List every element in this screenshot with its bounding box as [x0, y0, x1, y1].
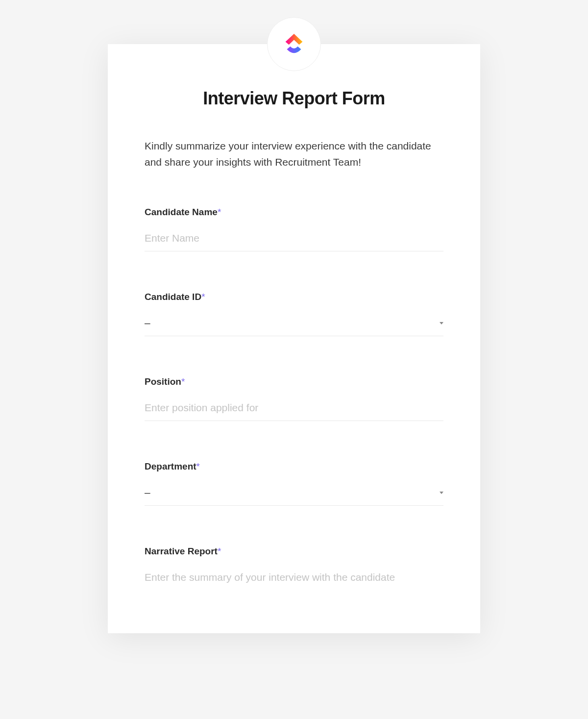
label-text: Narrative Report [145, 546, 218, 556]
field-narrative-report: Narrative Report* [145, 546, 443, 604]
form-title: Interview Report Form [145, 88, 443, 109]
form-description: Kindly summarize your interview experien… [145, 138, 443, 170]
label-text: Department [145, 461, 196, 471]
narrative-report-input[interactable] [145, 568, 443, 602]
candidate-name-label: Candidate Name* [145, 207, 443, 218]
dropdown-selected-value: – [145, 317, 150, 329]
narrative-report-label: Narrative Report* [145, 546, 443, 557]
label-text: Candidate Name [145, 207, 218, 217]
candidate-name-input[interactable] [145, 228, 443, 251]
chevron-down-icon [440, 492, 443, 494]
field-candidate-name: Candidate Name* [145, 207, 443, 251]
field-position: Position* [145, 376, 443, 421]
department-label: Department* [145, 461, 443, 472]
required-indicator: * [218, 207, 221, 217]
field-candidate-id: Candidate ID* – [145, 292, 443, 336]
position-label: Position* [145, 376, 443, 387]
brand-logo-icon [280, 30, 308, 58]
required-indicator: * [196, 461, 200, 471]
chevron-down-icon [440, 322, 443, 324]
label-text: Position [145, 376, 181, 387]
field-department: Department* – [145, 461, 443, 506]
position-input[interactable] [145, 398, 443, 421]
candidate-id-label: Candidate ID* [145, 292, 443, 302]
logo-container [267, 17, 321, 71]
candidate-id-dropdown[interactable]: – [145, 313, 443, 336]
department-dropdown[interactable]: – [145, 483, 443, 506]
required-indicator: * [201, 292, 205, 302]
label-text: Candidate ID [145, 292, 201, 302]
dropdown-selected-value: – [145, 487, 150, 498]
required-indicator: * [181, 376, 185, 387]
form-card: Interview Report Form Kindly summarize y… [108, 44, 480, 633]
required-indicator: * [218, 546, 221, 556]
